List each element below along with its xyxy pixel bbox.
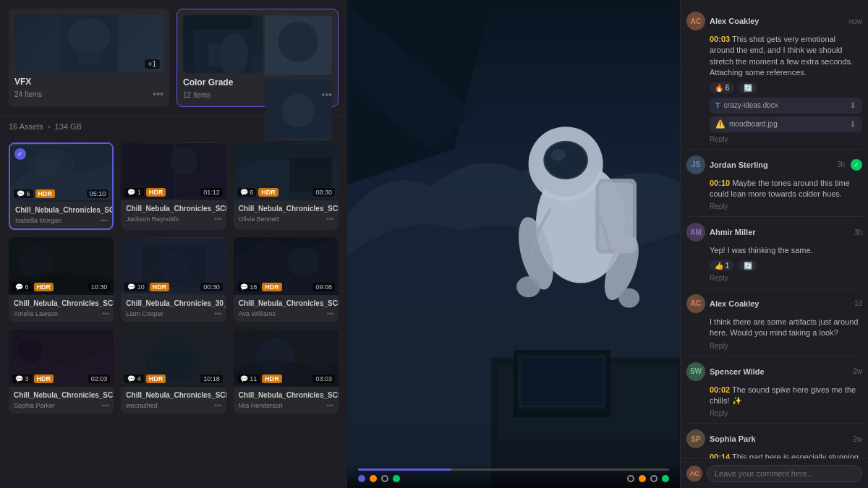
comment-ts-ac1: 00:03 xyxy=(710,35,730,43)
vfx-menu-btn[interactable]: ••• xyxy=(153,88,163,100)
reaction-fire[interactable]: 🔥 6 xyxy=(710,82,734,93)
duration-badge-v7: 02:03 xyxy=(88,374,111,383)
duration-badge-v5: 00:30 xyxy=(200,283,223,291)
vfx-badge: +1 xyxy=(145,59,160,69)
attachment-docx[interactable]: T crazy-ideas.docx ⬇ xyxy=(710,98,862,114)
reply-btn-js[interactable]: Reply xyxy=(710,202,862,210)
video-menu-v7[interactable]: ••• xyxy=(102,402,109,409)
main-video-area[interactable] xyxy=(347,0,680,488)
duration-badge-v8: 10:18 xyxy=(200,374,223,383)
reaction-refresh-1[interactable]: 🔄 xyxy=(739,82,757,93)
reply-btn-am[interactable]: Reply xyxy=(710,274,862,282)
svg-point-1 xyxy=(67,18,111,54)
comment-time-sw: 2w xyxy=(853,367,862,375)
video-card-v5[interactable]: 💬 10 HDR 00:30 Chill_Nebula_Chronicles_3… xyxy=(121,237,226,322)
progress-bar-container[interactable] xyxy=(358,468,669,471)
ctrl-dot-5[interactable] xyxy=(627,475,634,482)
comment-alex-1: AC Alex Coakley now 00:03 This shot gets… xyxy=(686,6,862,150)
ctrl-dot-6[interactable] xyxy=(639,475,646,482)
video-card-v6[interactable]: 💬 18 HDR 09:08 Chill_Nebula_Chronicles_S… xyxy=(234,237,339,322)
comment-badge-v9: 💬 11 xyxy=(237,374,260,383)
reply-btn-ac1[interactable]: Reply xyxy=(710,135,862,143)
svg-rect-20 xyxy=(289,158,331,192)
hdr-badge-v4: HDR xyxy=(34,283,54,291)
right-panel: AC Alex Coakley now 00:03 This shot gets… xyxy=(680,0,868,488)
video-menu-v6[interactable]: ••• xyxy=(327,310,333,317)
svg-point-14 xyxy=(35,153,60,177)
comment-time-sp: 2w xyxy=(853,435,862,443)
hdr-badge-v2: HDR xyxy=(146,188,166,197)
comment-ts-sp: 00:14 xyxy=(710,453,730,458)
resolved-badge: ✓ xyxy=(851,159,862,171)
video-card-v4[interactable]: 💬 6 HDR 10:30 Chill_Nebula_Chronicles_SC… xyxy=(9,237,114,322)
reaction-refresh-2[interactable]: 🔄 xyxy=(739,260,757,271)
video-card-v1[interactable]: ✓ 💬 6 HDR 05:10 Chill_Nebula_Chronicles_… xyxy=(9,142,114,230)
reply-btn-sw[interactable]: Reply xyxy=(710,409,862,417)
comment-body-sw: 00:02 The sound spike here gives me the … xyxy=(710,385,862,407)
jpg-icon: ⚠️ xyxy=(715,119,726,129)
docx-download[interactable]: ⬇ xyxy=(849,100,856,111)
ctrl-dot-3[interactable] xyxy=(381,475,388,482)
folder-color-grade[interactable]: Color Grade 12 Items ••• xyxy=(176,9,339,107)
video-menu-v9[interactable]: ••• xyxy=(327,402,333,409)
selected-check: ✓ xyxy=(14,148,26,160)
video-name-v6: Chill_Nebula_Chronicles_SCENE_05.mov xyxy=(239,299,333,308)
video-menu-v2[interactable]: ••• xyxy=(214,215,221,223)
comment-name-ac1: Alex Coakley xyxy=(710,17,759,25)
video-card-v7[interactable]: 💬 3 HDR 02:03 Chill_Nebula_Chronicles_SC… xyxy=(9,329,114,414)
ctrl-dot-4[interactable] xyxy=(393,475,400,482)
video-menu-v3[interactable]: ••• xyxy=(327,215,333,223)
video-card-v2[interactable]: 💬 1 HDR 01:12 Chill_Nebula_Chronicles_SC… xyxy=(121,142,226,230)
ctrl-dot-2[interactable] xyxy=(370,475,377,482)
video-menu-v4[interactable]: ••• xyxy=(102,310,109,317)
reaction-thumbs[interactable]: 👍 1 xyxy=(710,260,734,271)
avatar-ac1: AC xyxy=(686,12,705,30)
ctrl-dot-1[interactable] xyxy=(358,475,365,482)
duration-badge-v4: 10:30 xyxy=(88,283,111,291)
comment-time-am: 3h xyxy=(854,228,862,236)
ctrl-dot-8[interactable] xyxy=(662,475,669,482)
avatar-am: AM xyxy=(686,223,705,241)
video-author-v8: wecrashed xyxy=(126,402,158,409)
reply-btn-ac2[interactable]: Reply xyxy=(710,342,862,350)
video-card-v8[interactable]: 💬 4 HDR 10:18 Chill_Nebula_Chronicles_SC… xyxy=(121,329,226,414)
comment-body-sp: 00:14 This part here is especially stunn… xyxy=(710,452,862,458)
comment-name-js: Jordan Sterling xyxy=(710,160,768,169)
comment-badge-v5: 💬 10 xyxy=(124,283,148,291)
attachment-jpg[interactable]: ⚠️ moodboard.jpg ⬇ xyxy=(710,116,862,132)
color-grade-menu-btn[interactable]: ••• xyxy=(321,89,332,100)
video-badges-v5: 💬 10 HDR 00:30 xyxy=(124,283,222,291)
svg-point-9 xyxy=(278,22,319,62)
svg-rect-3 xyxy=(78,51,100,65)
hdr-badge-v7: HDR xyxy=(34,374,54,383)
video-menu-v8[interactable]: ••• xyxy=(214,402,221,409)
comment-time-ac1: now xyxy=(849,17,862,25)
video-name-v8: Chill_Nebula_Chronicles_SCENE_07.mov xyxy=(126,390,221,400)
comment-body-ac1: 00:03 This shot gets very emotional arou… xyxy=(710,34,862,79)
svg-point-27 xyxy=(288,247,319,278)
comment-sophia: SP Sophia Park 2w 00:14 This part here i… xyxy=(686,424,862,458)
video-name-v1: Chill_Nebula_Chronicles_SCENE_06.mov xyxy=(15,205,107,215)
jpg-download[interactable]: ⬇ xyxy=(849,119,856,129)
svg-point-18 xyxy=(170,147,198,175)
hdr-badge-v3: HDR xyxy=(258,188,278,197)
svg-point-25 xyxy=(160,252,188,281)
assets-size: 134 GB xyxy=(55,122,82,131)
progress-track[interactable] xyxy=(358,468,669,471)
comment-time-ac2: 1d xyxy=(854,299,862,307)
hdr-badge-v8: HDR xyxy=(146,374,166,383)
video-card-v9[interactable]: 💬 11 HDR 03:03 Chill_Nebula_Chronicles_S… xyxy=(234,329,339,414)
video-menu-v1[interactable]: ••• xyxy=(101,217,107,224)
video-menu-v5[interactable]: ••• xyxy=(214,310,221,317)
progress-fill xyxy=(358,468,451,471)
comment-alex-2: AC Alex Coakley 1d I think there are som… xyxy=(686,288,862,356)
vfx-items: 24 Items xyxy=(14,90,42,98)
folder-vfx[interactable]: +1 VFX 24 Items ••• xyxy=(9,9,169,107)
video-badges-v1: 💬 6 HDR 05:10 xyxy=(14,189,109,198)
video-author-v4: Amelia Lawson xyxy=(14,310,58,317)
ctrl-dot-7[interactable] xyxy=(650,475,658,482)
hdr-badge-v5: HDR xyxy=(150,283,170,291)
comment-input[interactable] xyxy=(707,465,862,482)
folders-section: +1 VFX 24 Items ••• xyxy=(0,0,347,116)
video-card-v3[interactable]: 💬 6 HDR 08:30 Chill_Nebula_Chronicles_SC… xyxy=(234,142,339,230)
